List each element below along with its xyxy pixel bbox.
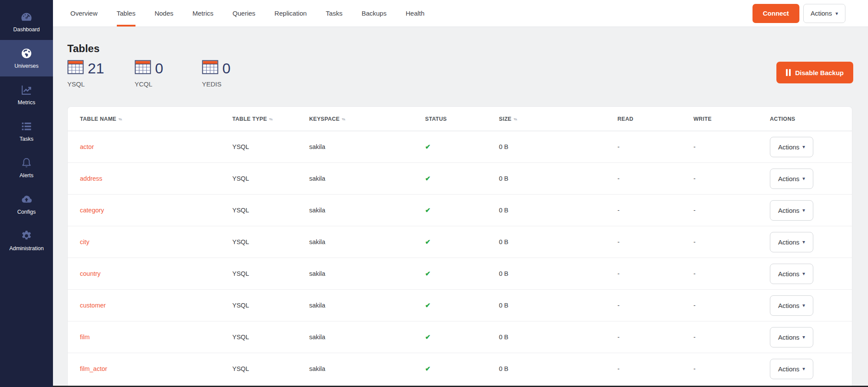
table-name-link[interactable]: customer: [80, 302, 232, 309]
row-actions-button[interactable]: Actions ▾: [770, 169, 813, 189]
sidebar-item-dashboard[interactable]: Dashboard: [0, 3, 53, 40]
sidebar-item-metrics[interactable]: Metrics: [0, 76, 53, 113]
row-actions-button[interactable]: Actions ▾: [770, 264, 813, 284]
sidebar-item-universes[interactable]: Universes: [0, 40, 53, 76]
table-row: category YSQL sakila 0 B - - Actions ▾: [68, 195, 852, 226]
keyspace-cell: sakila: [309, 175, 425, 182]
table-row: film_actor YSQL sakila 0 B - - Actions ▾: [68, 353, 852, 385]
table-row: actor YSQL sakila 0 B - - Actions ▾: [68, 131, 852, 163]
chevron-down-icon: ▾: [802, 239, 805, 245]
sort-carets-icon: [342, 117, 345, 121]
universe-tabs: Overview Tables Nodes Metrics Queries Re…: [70, 0, 425, 26]
stat-value: 21: [88, 61, 104, 76]
row-actions-label: Actions: [778, 302, 799, 309]
column-header-table-name[interactable]: TABLE NAME: [80, 116, 232, 122]
table-type-cell: YSQL: [232, 270, 309, 277]
sidebar-item-label: Alerts: [20, 172, 33, 179]
row-actions-button[interactable]: Actions ▾: [770, 295, 813, 316]
tab-nodes[interactable]: Nodes: [155, 0, 173, 26]
read-cell: -: [617, 270, 693, 277]
sidebar: Dashboard Universes Metrics Tasks Alerts…: [0, 0, 53, 387]
keyspace-cell: sakila: [309, 365, 425, 372]
table-name-link[interactable]: address: [80, 175, 232, 182]
status-check-icon: [425, 301, 499, 309]
sidebar-item-alerts[interactable]: Alerts: [0, 149, 53, 186]
disable-backup-button[interactable]: Disable Backup: [776, 62, 853, 83]
stat-ysql: 21 YSQL: [67, 60, 117, 88]
tab-label: Queries: [233, 10, 256, 17]
tab-overview[interactable]: Overview: [70, 0, 98, 26]
status-check-icon: [425, 143, 499, 151]
table-row: address YSQL sakila 0 B - - Actions ▾: [68, 163, 852, 195]
chevron-down-icon: ▾: [835, 11, 838, 16]
sidebar-item-administration[interactable]: Administration: [0, 222, 53, 259]
universe-actions-button[interactable]: Actions ▾: [803, 4, 845, 23]
write-cell: -: [693, 334, 770, 341]
table-name-link[interactable]: film: [80, 334, 232, 341]
tab-metrics[interactable]: Metrics: [192, 0, 213, 26]
table-row: city YSQL sakila 0 B - - Actions ▾: [68, 226, 852, 258]
sidebar-item-configs[interactable]: Configs: [0, 186, 53, 222]
stat-label: YCQL: [135, 80, 185, 88]
column-header-label: ACTIONS: [770, 116, 795, 122]
row-actions-label: Actions: [778, 175, 799, 182]
stat-label: YEDIS: [202, 80, 252, 88]
tab-label: Tables: [117, 10, 135, 17]
tab-replication[interactable]: Replication: [274, 0, 307, 26]
row-actions-label: Actions: [778, 207, 799, 214]
sidebar-item-tasks[interactable]: Tasks: [0, 113, 53, 149]
write-cell: -: [693, 207, 770, 214]
tab-health[interactable]: Health: [406, 0, 424, 26]
table-row: customer YSQL sakila 0 B - - Actions ▾: [68, 290, 852, 321]
row-actions-button[interactable]: Actions ▾: [770, 200, 813, 221]
write-cell: -: [693, 270, 770, 277]
row-actions-label: Actions: [778, 238, 799, 246]
column-header-keyspace[interactable]: KEYSPACE: [309, 116, 425, 122]
read-cell: -: [617, 238, 693, 245]
column-header-label: READ: [617, 116, 634, 122]
write-cell: -: [693, 143, 770, 150]
configs-icon: [20, 193, 33, 205]
row-actions-button[interactable]: Actions ▾: [770, 359, 813, 379]
tab-tables[interactable]: Tables: [117, 0, 135, 26]
read-cell: -: [617, 207, 693, 214]
table-type-cell: YSQL: [232, 365, 309, 372]
connect-button[interactable]: Connect: [752, 4, 799, 23]
tasks-icon: [20, 120, 33, 132]
write-cell: -: [693, 175, 770, 182]
tab-tasks[interactable]: Tasks: [326, 0, 342, 26]
table-grid-icon: [202, 60, 218, 76]
size-cell: 0 B: [499, 238, 617, 245]
status-check-icon: [425, 333, 499, 341]
top-nav: Overview Tables Nodes Metrics Queries Re…: [53, 0, 868, 27]
table-name-link[interactable]: city: [80, 238, 232, 245]
size-cell: 0 B: [499, 175, 617, 182]
chevron-down-icon: ▾: [802, 271, 805, 276]
column-header-size[interactable]: SIZE: [499, 116, 617, 122]
row-actions-button[interactable]: Actions ▾: [770, 232, 813, 252]
size-cell: 0 B: [499, 365, 617, 372]
row-actions-label: Actions: [778, 270, 799, 278]
table-name-link[interactable]: actor: [80, 143, 232, 150]
table-name-link[interactable]: film_actor: [80, 365, 232, 372]
sidebar-item-label: Dashboard: [13, 26, 40, 33]
table-name-link[interactable]: category: [80, 207, 232, 214]
table-name-link[interactable]: country: [80, 270, 232, 277]
nav-buttons: Connect Actions ▾: [752, 4, 868, 23]
sidebar-item-label: Tasks: [20, 136, 33, 142]
column-header-table-type[interactable]: TABLE TYPE: [232, 116, 309, 122]
row-actions-button[interactable]: Actions ▾: [770, 137, 813, 157]
sort-carets-icon: [119, 117, 122, 121]
administration-icon: [20, 230, 33, 242]
tab-label: Tasks: [326, 10, 342, 17]
read-cell: -: [617, 175, 693, 182]
universes-icon: [20, 47, 33, 60]
tab-queries[interactable]: Queries: [233, 0, 256, 26]
row-actions-label: Actions: [778, 143, 799, 151]
chevron-down-icon: ▾: [802, 208, 805, 213]
column-header-status: STATUS: [425, 116, 499, 122]
row-actions-button[interactable]: Actions ▾: [770, 327, 813, 347]
table-type-cell: YSQL: [232, 207, 309, 214]
row-actions-label: Actions: [778, 334, 799, 341]
tab-backups[interactable]: Backups: [362, 0, 387, 26]
